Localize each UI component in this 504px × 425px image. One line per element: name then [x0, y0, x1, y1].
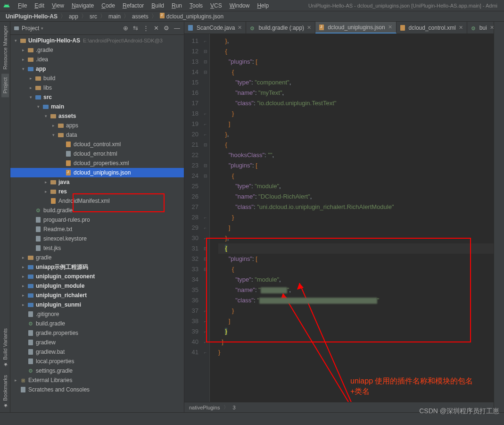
tree-node[interactable]: ⚙build.gradle: [10, 206, 184, 215]
fold-marker[interactable]: [201, 77, 209, 88]
code-line[interactable]: {: [218, 171, 494, 181]
fold-marker[interactable]: [201, 150, 209, 160]
fold-marker[interactable]: ⌐: [201, 316, 209, 326]
tree-node[interactable]: uniplugin_richalert: [10, 291, 184, 300]
fold-marker[interactable]: ⌐: [201, 233, 209, 243]
tree-node[interactable]: libs: [10, 83, 184, 92]
tool-tab-bookmarks[interactable]: ★ Bookmarks: [1, 371, 9, 412]
breadcrumb-item[interactable]: UniPlugin-Hello-AS: [5, 13, 58, 20]
code-line[interactable]: }: [218, 306, 494, 316]
tree-arrow-icon[interactable]: [28, 85, 33, 90]
code-line[interactable]: "plugins": [: [218, 160, 494, 171]
fold-marker[interactable]: ⌐: [201, 108, 209, 119]
code-editor[interactable]: 1112131415161718192021222324252627282930…: [184, 34, 494, 402]
code-line[interactable]: }: [218, 347, 494, 358]
tree-node[interactable]: uniplugin_module: [10, 281, 184, 291]
tree-arrow-icon[interactable]: [43, 180, 48, 184]
tree-arrow-icon[interactable]: [13, 378, 18, 383]
tree-arrow-icon[interactable]: [43, 114, 48, 118]
tree-arrow-icon[interactable]: [28, 76, 33, 81]
close-icon[interactable]: ✕: [307, 25, 311, 31]
editor-breadcrumb[interactable]: nativePlugins〉3: [184, 402, 494, 412]
code-line[interactable]: "plugins": [: [218, 57, 494, 67]
fold-marker[interactable]: [201, 98, 209, 108]
tree-arrow-icon[interactable]: [21, 265, 25, 269]
panel-action-1[interactable]: ⇆: [133, 25, 138, 32]
tree-node[interactable]: test.jks: [10, 243, 184, 253]
tree-arrow-icon[interactable]: [36, 104, 41, 109]
fold-marker[interactable]: ⊟: [201, 264, 209, 275]
fold-marker[interactable]: [201, 285, 209, 295]
tree-node[interactable]: apps: [10, 121, 184, 130]
menu-window[interactable]: Window: [226, 1, 254, 10]
tree-arrow-icon[interactable]: [21, 302, 25, 307]
fold-marker[interactable]: [201, 181, 209, 192]
code-line[interactable]: "type": "module",: [218, 275, 494, 285]
editor-breadcrumb-item[interactable]: 3: [232, 405, 235, 410]
menu-build[interactable]: Build: [148, 1, 168, 10]
menu-file[interactable]: File: [14, 1, 31, 10]
tree-node[interactable]: res: [10, 187, 184, 196]
code-line[interactable]: },: [218, 129, 494, 140]
breadcrumb-item[interactable]: assets: [131, 13, 149, 20]
code-line[interactable]: {: [218, 67, 494, 77]
tree-arrow-icon[interactable]: [51, 123, 56, 128]
tool-tab-resource-manager[interactable]: Resource Manager: [1, 22, 9, 74]
code-line[interactable]: ]: [218, 337, 494, 347]
code-line[interactable]: "name": "",: [218, 285, 494, 295]
code-line[interactable]: {: [218, 264, 494, 275]
fold-marker[interactable]: ⊟: [201, 243, 209, 254]
fold-marker[interactable]: ⊟: [201, 140, 209, 150]
code-line[interactable]: {: [218, 140, 494, 150]
tree-arrow-icon[interactable]: [21, 57, 25, 62]
tree-node[interactable]: .idea: [10, 55, 184, 64]
code-line[interactable]: }: [218, 326, 494, 337]
code-line[interactable]: },: [218, 233, 494, 243]
tree-arrow-icon[interactable]: [21, 67, 25, 71]
fold-marker[interactable]: [201, 275, 209, 285]
tree-node[interactable]: ⚙settings.gradle: [10, 366, 184, 375]
fold-marker[interactable]: ⌐: [201, 212, 209, 223]
editor-tab[interactable]: ⚙build.gradle (:app)✕: [246, 22, 315, 33]
tree-node[interactable]: uniplugin_component: [10, 272, 184, 281]
breadcrumb-item[interactable]: src: [89, 13, 98, 20]
menu-code[interactable]: Code: [98, 1, 119, 10]
tree-node[interactable]: app: [10, 64, 184, 74]
code-line[interactable]: "hooksClass": "",: [218, 150, 494, 160]
tree-node[interactable]: gradlew.bat: [10, 347, 184, 357]
code-line[interactable]: "type": "module",: [218, 181, 494, 192]
code-line[interactable]: }: [218, 212, 494, 223]
tree-node[interactable]: uniapp示例工程源码: [10, 262, 184, 272]
fold-marker[interactable]: ⌐: [201, 223, 209, 233]
tree-node[interactable]: uniplugin_sunmi: [10, 300, 184, 309]
fold-marker[interactable]: ⌐: [201, 119, 209, 129]
tree-node[interactable]: ⚙build.gradle: [10, 319, 184, 328]
code-line[interactable]: "name": "myText",: [218, 88, 494, 98]
tree-arrow-icon[interactable]: [21, 48, 25, 52]
tree-node[interactable]: src: [10, 92, 184, 102]
menu-tools[interactable]: Tools: [186, 1, 207, 10]
tree-arrow-icon[interactable]: [43, 189, 48, 194]
tree-node[interactable]: .gradle: [10, 45, 184, 55]
tree-node[interactable]: local.properties: [10, 357, 184, 366]
menu-help[interactable]: Help: [253, 1, 273, 10]
fold-marker[interactable]: [201, 202, 209, 212]
code-line[interactable]: },: [218, 36, 494, 46]
fold-marker[interactable]: ⌐: [201, 306, 209, 316]
breadcrumb-item[interactable]: main: [107, 13, 122, 20]
code-line[interactable]: ]: [218, 316, 494, 326]
fold-marker[interactable]: ⊟: [201, 171, 209, 181]
fold-marker[interactable]: ⌐: [201, 129, 209, 140]
tree-arrow-icon[interactable]: [51, 133, 56, 137]
menu-refactor[interactable]: Refactor: [119, 1, 148, 10]
code-line[interactable]: "name": "DCloud-RichAlert",: [218, 192, 494, 202]
close-icon[interactable]: ✕: [490, 25, 494, 31]
tool-tab-build-variants[interactable]: ★ Build Variants: [1, 325, 9, 371]
fold-marker[interactable]: ⊟: [201, 57, 209, 67]
close-icon[interactable]: ✕: [388, 24, 392, 30]
breadcrumb-item[interactable]: app: [68, 13, 79, 20]
tree-node[interactable]: gradlew: [10, 338, 184, 347]
tree-node[interactable]: UniPlugin-Hello-ASE:\androidProject\Andr…: [10, 36, 184, 45]
code-line[interactable]: "type": "component",: [218, 77, 494, 88]
fold-marker[interactable]: [201, 295, 209, 306]
